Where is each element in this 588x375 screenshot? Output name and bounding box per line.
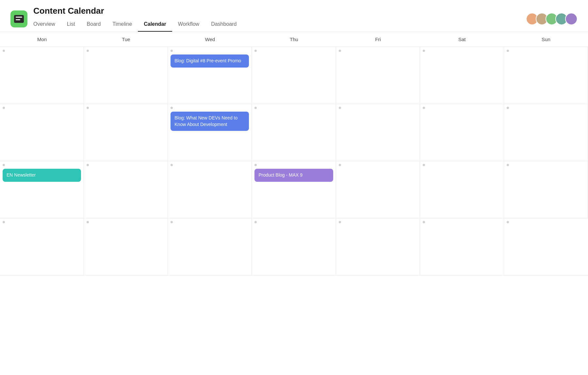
event-w1-d2-0[interactable]: Blog: What New DEVs Need to Know About D… xyxy=(171,112,249,131)
avatar-5[interactable] xyxy=(565,13,578,25)
day-dot xyxy=(87,107,89,109)
day-dot xyxy=(254,164,257,166)
event-w0-d2-0[interactable]: Blog: Digital #8 Pre-event Promo xyxy=(171,55,249,68)
day-dot xyxy=(171,221,173,223)
day-dot xyxy=(87,50,89,52)
day-dot xyxy=(339,221,341,223)
day-dot xyxy=(507,50,509,52)
tab-board[interactable]: Board xyxy=(81,19,107,32)
day-cell-w0-d3[interactable] xyxy=(252,47,336,104)
day-cell-w3-d6[interactable] xyxy=(504,218,588,275)
day-header-tue: Tue xyxy=(84,32,168,47)
day-cell-w0-d1[interactable] xyxy=(84,47,168,104)
tab-calendar[interactable]: Calendar xyxy=(138,19,172,32)
day-cell-w0-d5[interactable] xyxy=(420,47,504,104)
day-dot xyxy=(3,221,5,223)
day-cell-w1-d4[interactable] xyxy=(336,104,420,161)
day-dot xyxy=(423,221,425,223)
day-dot xyxy=(423,164,425,166)
header: Content Calendar Overview List Board Tim… xyxy=(0,0,588,32)
event-w2-d0-0[interactable]: EN Newsletter xyxy=(3,169,81,182)
calendar-day-headers: Mon Tue Wed Thu Fri Sat Sun xyxy=(0,32,588,47)
day-dot xyxy=(171,107,173,109)
day-header-wed: Wed xyxy=(168,32,252,47)
day-dot xyxy=(254,221,257,223)
day-dot xyxy=(507,164,509,166)
day-cell-w2-d2[interactable] xyxy=(168,161,252,218)
app-icon xyxy=(10,10,27,27)
day-dot xyxy=(339,50,341,52)
tab-list[interactable]: List xyxy=(61,19,81,32)
app-icon-graphic xyxy=(14,15,24,23)
day-cell-w3-d0[interactable] xyxy=(0,218,84,275)
day-dot xyxy=(87,221,89,223)
day-dot xyxy=(423,107,425,109)
day-cell-w2-d4[interactable] xyxy=(336,161,420,218)
calendar: Mon Tue Wed Thu Fri Sat Sun Blog: Digita… xyxy=(0,32,588,275)
day-cell-w3-d1[interactable] xyxy=(84,218,168,275)
day-dot xyxy=(507,107,509,109)
day-dot xyxy=(171,164,173,166)
day-dot xyxy=(3,50,5,52)
tab-timeline[interactable]: Timeline xyxy=(106,19,138,32)
tab-workflow[interactable]: Workflow xyxy=(172,19,205,32)
day-cell-w2-d0[interactable]: EN Newsletter xyxy=(0,161,84,218)
day-cell-w1-d1[interactable] xyxy=(84,104,168,161)
title-nav: Content Calendar Overview List Board Tim… xyxy=(33,6,242,32)
day-dot xyxy=(423,50,425,52)
day-dot xyxy=(507,221,509,223)
day-cell-w1-d3[interactable] xyxy=(252,104,336,161)
day-cell-w2-d6[interactable] xyxy=(504,161,588,218)
day-cell-w0-d4[interactable] xyxy=(336,47,420,104)
event-w2-d3-0[interactable]: Product Blog - MAX 9 xyxy=(254,169,333,182)
tab-overview[interactable]: Overview xyxy=(33,19,61,32)
day-cell-w2-d1[interactable] xyxy=(84,161,168,218)
day-cell-w3-d5[interactable] xyxy=(420,218,504,275)
avatar-group xyxy=(526,13,578,25)
day-cell-w3-d3[interactable] xyxy=(252,218,336,275)
day-header-fri: Fri xyxy=(336,32,420,47)
day-cell-w3-d4[interactable] xyxy=(336,218,420,275)
day-cell-w1-d6[interactable] xyxy=(504,104,588,161)
day-dot xyxy=(254,50,257,52)
day-cell-w2-d3[interactable]: Product Blog - MAX 9 xyxy=(252,161,336,218)
day-cell-w1-d2[interactable]: Blog: What New DEVs Need to Know About D… xyxy=(168,104,252,161)
day-dot xyxy=(339,107,341,109)
tab-dashboard[interactable]: Dashboard xyxy=(205,19,242,32)
day-cell-w0-d0[interactable] xyxy=(0,47,84,104)
day-cell-w1-d0[interactable] xyxy=(0,104,84,161)
app-title: Content Calendar xyxy=(33,6,242,16)
day-dot xyxy=(3,107,5,109)
day-dot xyxy=(3,164,5,166)
calendar-body: Blog: Digital #8 Pre-event PromoBlog: Wh… xyxy=(0,47,588,275)
nav-tabs: Overview List Board Timeline Calendar Wo… xyxy=(33,19,242,32)
day-cell-w2-d5[interactable] xyxy=(420,161,504,218)
day-header-mon: Mon xyxy=(0,32,84,47)
day-dot xyxy=(339,164,341,166)
day-dot xyxy=(87,164,89,166)
day-header-sat: Sat xyxy=(420,32,504,47)
day-cell-w0-d2[interactable]: Blog: Digital #8 Pre-event Promo xyxy=(168,47,252,104)
day-dot xyxy=(171,50,173,52)
day-cell-w0-d6[interactable] xyxy=(504,47,588,104)
day-dot xyxy=(254,107,257,109)
day-header-sun: Sun xyxy=(504,32,588,47)
header-left: Content Calendar Overview List Board Tim… xyxy=(10,6,242,32)
day-header-thu: Thu xyxy=(252,32,336,47)
day-cell-w3-d2[interactable] xyxy=(168,218,252,275)
day-cell-w1-d5[interactable] xyxy=(420,104,504,161)
